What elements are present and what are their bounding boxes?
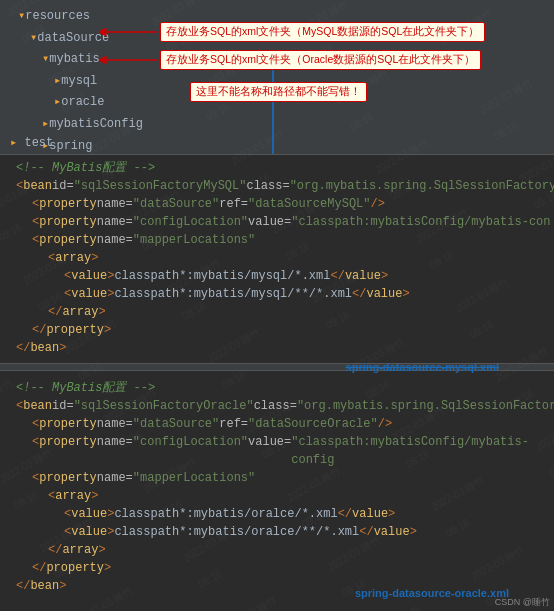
code-property-config-oracle: <property name="configLocation" value="c…	[8, 433, 554, 469]
tree-label-test: test	[24, 136, 53, 150]
code-comment-2: <!-- MyBatis配置 -->	[8, 379, 554, 397]
angle-open-1: <	[16, 177, 23, 195]
code-comment-1: <!-- MyBatis配置 -->	[8, 159, 554, 177]
annotation-oracle: 存放业务SQL的xml文件夹（Oracle数据源的SQL在此文件夹下）	[160, 50, 481, 70]
code-property-close-mysql: </property>	[8, 321, 554, 339]
code-bean-close-mysql: </bean>	[8, 339, 554, 357]
code-value-mysql-2: <value>classpath*:mybatis/mysql/**/*.xml…	[8, 285, 554, 303]
folder-closed-icon-mybatisconfig: ▸	[42, 114, 49, 136]
tree-label-mybatisconfig: mybatisConfig	[49, 114, 143, 136]
label-spring-mysql: spring-datasource-mysql.xml	[346, 361, 499, 373]
blue-vertical-arrow	[272, 58, 274, 155]
annotation-mysql: 存放业务SQL的xml文件夹（MySQL数据源的SQL在此文件夹下）	[160, 22, 485, 42]
folder-closed-icon-mysql: ▸	[54, 71, 61, 93]
code-property-datasource-oracle: <property name="dataSource" ref="dataSou…	[8, 415, 554, 433]
annotation-oracle-text: 存放业务SQL的xml文件夹（Oracle数据源的SQL在此文件夹下）	[166, 53, 475, 65]
folder-open-icon: ▾	[18, 6, 25, 28]
code-property-datasource-mysql: <property name="dataSource" ref="dataSou…	[8, 195, 554, 213]
folder-icon-test: ▸	[10, 136, 24, 150]
annotation-path-warning: 这里不能名称和路径都不能写错！	[190, 82, 367, 102]
tree-label-spring: spring	[49, 136, 92, 155]
tree-item-spring[interactable]: ▸ spring	[10, 136, 554, 155]
code-property-config-mysql: <property name="configLocation" value="c…	[8, 213, 554, 231]
val-id-1: "sqlSessionFactoryMySQL"	[74, 177, 247, 195]
folder-open-icon3: ▾	[42, 49, 49, 71]
file-tree-panel: ▾ resources ▾ dataSource ▾ mybatis ▸ mys…	[0, 0, 554, 155]
folder-open-icon2: ▾	[30, 28, 37, 50]
tree-label-datasource: dataSource	[37, 28, 109, 50]
tree-label-mybatis: mybatis	[49, 49, 99, 71]
code-array-close-oracle: </array>	[8, 541, 554, 559]
tree-item-test[interactable]: ▸ test	[10, 135, 53, 150]
attr-class-1: class=	[246, 177, 289, 195]
tag-bean-1: bean	[23, 177, 52, 195]
code-bean-oracle: <bean id="sqlSessionFactoryOracle" class…	[8, 397, 554, 415]
tree-label-mysql: mysql	[61, 71, 97, 93]
code-property-mapper-oracle: <property name="mapperLocations"	[8, 469, 554, 487]
val-class-1: "org.mybatis.spring.SqlSessionFactoryB	[290, 177, 554, 195]
code-array-close-mysql: </array>	[8, 303, 554, 321]
code-property-close-oracle: </property>	[8, 559, 554, 577]
annotation-oracle-arrow	[100, 52, 160, 74]
tree-label-oracle: oracle	[61, 92, 104, 114]
section1: <!-- MyBatis配置 --> <bean id="sqlSessionF…	[0, 155, 554, 357]
code-array-open-mysql: <array>	[8, 249, 554, 267]
branding-label: CSDN @睡竹	[495, 596, 550, 609]
code-value-mysql-1: <value>classpath*:mybatis/mysql/*.xml</v…	[8, 267, 554, 285]
code-array-open-oracle: <array>	[8, 487, 554, 505]
tree-item-mybatisconfig[interactable]: ▸ mybatisConfig	[10, 114, 554, 136]
annotation-path-text: 这里不能名称和路径都不能写错！	[196, 85, 361, 97]
section2: <!-- MyBatis配置 --> <bean id="sqlSessionF…	[0, 377, 554, 595]
annotation-mysql-text: 存放业务SQL的xml文件夹（MySQL数据源的SQL在此文件夹下）	[166, 25, 479, 37]
code-value-oracle-1: <value>classpath*:mybatis/oralce/*.xml</…	[8, 505, 554, 523]
code-property-mapper-mysql: <property name="mapperLocations"	[8, 231, 554, 249]
label-spring-oracle: spring-datasource-oracle.xml	[355, 587, 509, 599]
folder-closed-icon-oracle: ▸	[54, 92, 61, 114]
comment-text-2: <!-- MyBatis配置 -->	[16, 379, 155, 397]
code-bean-mysql: <bean id="sqlSessionFactoryMySQL" class=…	[8, 177, 554, 195]
code-value-oracle-2: <value>classpath*:mybatis/oralce/**/*.xm…	[8, 523, 554, 541]
tree-label-resources: resources	[25, 6, 90, 28]
code-panel: <!-- MyBatis配置 --> <bean id="sqlSessionF…	[0, 155, 554, 611]
comment-text-1: <!-- MyBatis配置 -->	[16, 159, 155, 177]
attr-id-1: id=	[52, 177, 74, 195]
annotation-mysql-arrow	[100, 24, 160, 46]
